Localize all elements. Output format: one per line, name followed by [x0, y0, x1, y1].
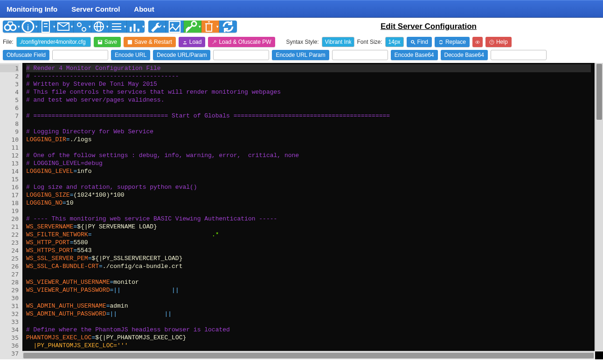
svg-rect-26	[98, 40, 101, 41]
svg-rect-27	[128, 40, 132, 44]
decode-b64-button[interactable]: Decode Base64	[441, 50, 488, 60]
url-param-input[interactable]	[332, 50, 388, 60]
horizontal-scroll-thumb[interactable]	[23, 353, 594, 358]
vertical-scroll-thumb[interactable]	[596, 64, 602, 120]
fontsize-input[interactable]	[385, 37, 404, 47]
svg-line-30	[414, 43, 415, 44]
svg-point-20	[172, 23, 174, 26]
toolbar-group-left: ▾ i▾ ▾ ▾ ▾ ▾ ▾ ▾	[3, 21, 145, 33]
svg-point-8	[77, 23, 81, 27]
save-button[interactable]: Save	[94, 37, 121, 47]
file-label: File:	[3, 39, 14, 45]
svg-point-28	[215, 40, 216, 42]
url-input[interactable]	[213, 50, 269, 60]
svg-point-1	[10, 25, 16, 30]
replace-button[interactable]: Replace	[435, 37, 470, 47]
encode-b64-button[interactable]: Encode Base64	[391, 50, 438, 60]
mail-icon[interactable]: ▾	[56, 21, 74, 33]
gears-icon[interactable]: ▾	[74, 21, 91, 33]
code-area[interactable]: # Render 4 Monitor Configuration File# -…	[22, 63, 595, 351]
svg-text:?: ?	[491, 40, 492, 44]
svg-point-0	[5, 25, 10, 30]
line-gutter: 1234567891011121314151617181920212223242…	[0, 63, 22, 359]
code-editor[interactable]: 1234567891011121314151617181920212223242…	[0, 63, 603, 359]
key-icon[interactable]: ▾	[184, 21, 201, 33]
image-icon[interactable]	[166, 21, 184, 33]
syntax-input[interactable]	[322, 37, 354, 47]
svg-rect-18	[138, 28, 139, 31]
load-button[interactable]: Load	[179, 37, 206, 47]
svg-point-21	[192, 21, 196, 26]
save-restart-button[interactable]: Save & Restart	[124, 37, 176, 47]
load-ofuscate-button[interactable]: Load & Ofuscate PW	[208, 37, 275, 47]
file-bar: File: Save Save & Restart Load Load & Of…	[0, 35, 603, 50]
encode-bar: Obfuscate Field Encode URL Decode URL/Pa…	[0, 50, 603, 63]
nav-about[interactable]: About	[134, 5, 154, 13]
main-nav: Monitoring Info Server Control About	[0, 0, 603, 18]
chart-icon[interactable]: ▾	[127, 21, 145, 33]
wrench-icon[interactable]: ▾	[148, 21, 166, 33]
horizontal-scrollbar[interactable]	[22, 351, 595, 359]
list-icon[interactable]: ▾	[109, 21, 127, 33]
svg-point-32	[477, 41, 478, 43]
decode-url-button[interactable]: Decode URL/Param	[153, 50, 210, 60]
b64-input[interactable]	[491, 50, 547, 60]
svg-rect-22	[206, 24, 212, 31]
encode-url-param-button[interactable]: Encode URL Param	[272, 50, 329, 60]
nav-server-control[interactable]: Server Control	[71, 5, 120, 13]
toolbar-row: ▾ i▾ ▾ ▾ ▾ ▾ ▾ ▾ ▾ ▾ ▾ Edit Server Confi…	[0, 18, 603, 35]
binoculars-icon[interactable]: ▾	[3, 21, 21, 33]
svg-text:i: i	[27, 23, 29, 32]
file-input[interactable]	[16, 37, 91, 47]
eye-icon[interactable]	[472, 37, 483, 47]
help-button[interactable]: ?Help	[485, 37, 512, 47]
refresh-icon[interactable]	[219, 21, 237, 33]
trash-icon[interactable]: ▾	[201, 21, 219, 33]
globe-icon[interactable]: ▾	[91, 21, 109, 33]
find-button[interactable]: Find	[407, 37, 432, 47]
vertical-scrollbar[interactable]	[595, 63, 603, 351]
fontsize-label: Font Size:	[357, 39, 382, 45]
svg-point-9	[82, 27, 86, 31]
obfuscate-button[interactable]: Obfuscate Field	[3, 50, 49, 60]
nav-monitoring[interactable]: Monitoring Info	[7, 5, 57, 13]
svg-point-29	[411, 40, 414, 43]
svg-rect-16	[130, 27, 132, 31]
encode-url-button[interactable]: Encode URL	[111, 50, 150, 60]
scroll-corner	[595, 351, 603, 359]
svg-rect-17	[133, 24, 135, 32]
document-icon[interactable]: ▾	[38, 21, 56, 33]
toolbar-group-right: ▾ ▾ ▾	[148, 21, 237, 33]
obfuscate-input[interactable]	[52, 50, 108, 60]
info-icon[interactable]: i▾	[21, 21, 38, 33]
page-title: Edit Server Configuration	[381, 22, 477, 31]
syntax-label: Syntax Style:	[286, 39, 319, 45]
